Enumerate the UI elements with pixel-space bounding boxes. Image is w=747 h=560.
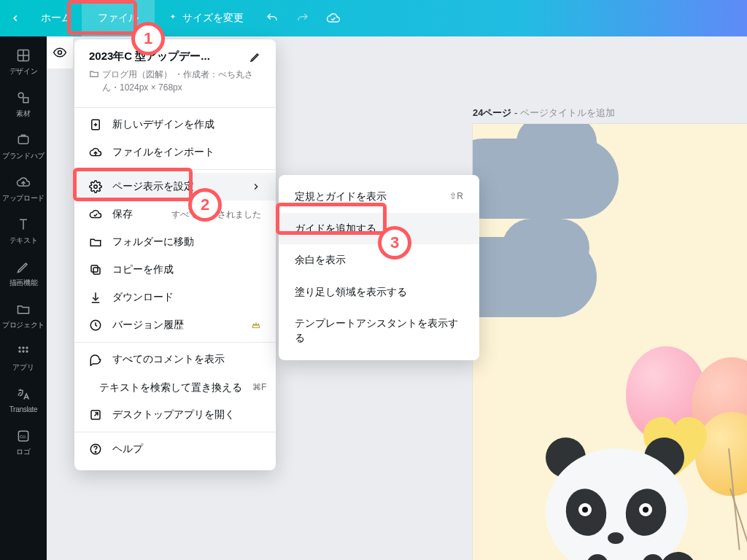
- rail-elements[interactable]: 素材: [0, 83, 47, 125]
- menu-label: テキストを検索して置き換える: [99, 381, 242, 394]
- back-button[interactable]: [0, 0, 31, 36]
- menu-import[interactable]: ファイルをインポート: [74, 139, 276, 166]
- menu-label: テンプレートアシスタントを表示する: [295, 316, 463, 345]
- submenu-bleed[interactable]: 塗り足し領域を表示する: [279, 276, 479, 308]
- rail-translate[interactable]: Translate: [0, 379, 47, 421]
- layout-icon: [16, 48, 31, 63]
- menu-new-design[interactable]: 新しいデザインを作成: [74, 111, 276, 139]
- panda-baby: [582, 554, 677, 560]
- help-icon: [89, 443, 102, 456]
- page-label[interactable]: 24ページ - ページタイトルを追加: [473, 106, 615, 120]
- menu-label: バージョン履歴: [112, 319, 184, 332]
- rail-project[interactable]: プロジェクト: [0, 295, 47, 337]
- menu-move-folder[interactable]: フォルダーに移動: [74, 228, 276, 256]
- submenu-add-guides[interactable]: ガイドを追加する: [279, 213, 479, 245]
- rail-label: アプリ: [12, 362, 34, 373]
- history-icon: [89, 319, 102, 332]
- rail-brandhub[interactable]: ブランドハブ: [0, 125, 47, 168]
- keyboard-shortcut: ⌘F: [252, 382, 266, 392]
- page-number: 24ページ: [473, 107, 511, 118]
- cloud-shape: [516, 124, 597, 168]
- submenu-rulers[interactable]: 定規とガイドを表示 ⇧R: [279, 181, 479, 213]
- menu-label: 保存: [112, 208, 133, 221]
- rail-draw[interactable]: 描画機能: [0, 252, 47, 295]
- text-icon: [16, 217, 31, 232]
- shapes-icon: [16, 90, 31, 105]
- submenu-template-assistant[interactable]: テンプレートアシスタントを表示する: [279, 308, 479, 354]
- folder-icon: [16, 302, 31, 316]
- page-view-submenu: 定規とガイドを表示 ⇧R ガイドを追加する 余白を表示 塗り足し領域を表示する …: [279, 175, 479, 360]
- copy-icon: [89, 263, 102, 276]
- redo-button[interactable]: [287, 0, 318, 36]
- menu-label: 新しいデザインを作成: [112, 118, 214, 131]
- svg-point-10: [22, 350, 24, 352]
- resize-button[interactable]: サイズを変更: [155, 12, 257, 25]
- rail-design[interactable]: デザイン: [0, 41, 47, 83]
- cloud-shape: [502, 219, 589, 277]
- menu-find-replace[interactable]: テキストを検索して置き換える ⌘F: [74, 373, 276, 401]
- page-sep: -: [511, 107, 520, 118]
- download-icon: [89, 291, 102, 304]
- rail-label: プロジェクト: [2, 320, 44, 330]
- file-menu-button[interactable]: ファイル: [82, 0, 155, 36]
- sparkle-icon: [168, 13, 178, 23]
- menu-label: ヘルプ: [112, 443, 143, 456]
- undo-icon: [266, 12, 279, 25]
- rail-upload[interactable]: アップロード: [0, 168, 47, 210]
- open-external-icon: [89, 408, 102, 421]
- menu-page-view[interactable]: ページ表示を設定: [74, 173, 276, 201]
- undo-button[interactable]: [257, 0, 287, 36]
- rail-label: Translate: [9, 405, 38, 413]
- menu-label: ページ表示を設定: [112, 180, 194, 193]
- svg-rect-21: [91, 265, 98, 272]
- rail-label: 描画機能: [9, 278, 38, 288]
- svg-point-14: [58, 51, 62, 55]
- svg-rect-4: [23, 98, 28, 103]
- menu-comments[interactable]: すべてのコメントを表示: [74, 346, 276, 373]
- design-title-row: 2023年C 型アップデー...: [74, 50, 276, 68]
- design-title[interactable]: 2023年C 型アップデー...: [89, 50, 210, 63]
- menu-label: ファイルをインポート: [112, 146, 214, 159]
- menu-help[interactable]: ヘルプ: [74, 435, 276, 463]
- folder-icon: [89, 236, 102, 249]
- keyboard-shortcut: ⇧R: [449, 190, 463, 203]
- brand-icon: [16, 133, 31, 147]
- home-link[interactable]: ホーム: [31, 12, 82, 25]
- rail-label: テキスト: [9, 236, 38, 246]
- top-bar: ホーム ファイル サイズを変更: [0, 0, 747, 36]
- cloud-upload-icon: [89, 146, 102, 159]
- menu-label: すべてのコメントを表示: [112, 353, 225, 366]
- svg-point-6: [18, 346, 20, 349]
- menu-desktop-app[interactable]: デスクトップアプリを開く: [74, 401, 276, 429]
- plus-file-icon: [89, 118, 102, 131]
- menu-copy[interactable]: コピーを作成: [74, 256, 276, 284]
- menu-label: フォルダーに移動: [112, 236, 194, 249]
- translate-icon: [16, 387, 31, 402]
- cloud-sync-button[interactable]: [318, 0, 349, 36]
- folder-icon: [89, 69, 99, 79]
- rail-logo[interactable]: co.ロゴ: [0, 421, 47, 464]
- crown-icon: [251, 320, 261, 330]
- svg-point-8: [26, 346, 28, 349]
- rail-text[interactable]: テキスト: [0, 210, 47, 252]
- svg-point-27: [95, 451, 96, 453]
- menu-download[interactable]: ダウンロード: [74, 284, 276, 311]
- rail-apps[interactable]: アプリ: [0, 337, 47, 379]
- svg-point-9: [18, 350, 20, 352]
- menu-version-history[interactable]: バージョン履歴: [74, 311, 276, 339]
- svg-point-11: [26, 350, 28, 352]
- menu-label: コピーを作成: [112, 263, 174, 276]
- design-canvas[interactable]: T L: [473, 124, 747, 560]
- rail-label: デザイン: [9, 66, 38, 77]
- panel-toggle[interactable]: [47, 36, 73, 69]
- submenu-margins[interactable]: 余白を表示: [279, 244, 479, 276]
- svg-point-7: [22, 346, 24, 349]
- menu-label: ダウンロード: [112, 291, 174, 304]
- rail-label: アップロード: [2, 193, 44, 203]
- page-title-placeholder: ページタイトルを追加: [520, 107, 615, 118]
- edit-title-icon[interactable]: [249, 51, 261, 63]
- menu-save[interactable]: 保存 すべての 存されました: [74, 201, 276, 228]
- meta-size: 747px × 560px: [120, 82, 182, 93]
- chevron-right-icon: [251, 182, 261, 192]
- rail-label: 素材: [16, 109, 30, 119]
